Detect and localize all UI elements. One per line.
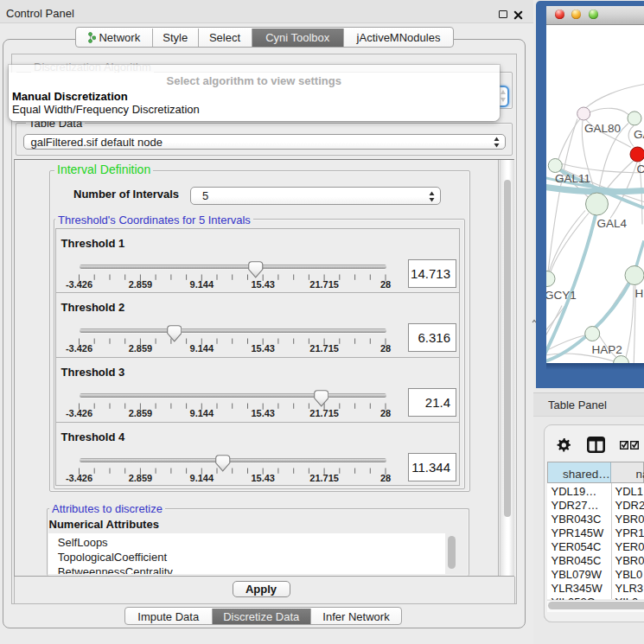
svg-text:GAL80: GAL80 — [584, 122, 621, 135]
svg-text:H: H — [635, 287, 644, 300]
svg-text:GA: GA — [634, 128, 644, 141]
svg-text:GCY1: GCY1 — [546, 288, 577, 301]
svg-text:GAL4: GAL4 — [597, 217, 628, 230]
svg-text:C: C — [637, 162, 644, 175]
svg-text:GAL11: GAL11 — [555, 172, 590, 185]
svg-text:HAP2: HAP2 — [592, 343, 622, 356]
